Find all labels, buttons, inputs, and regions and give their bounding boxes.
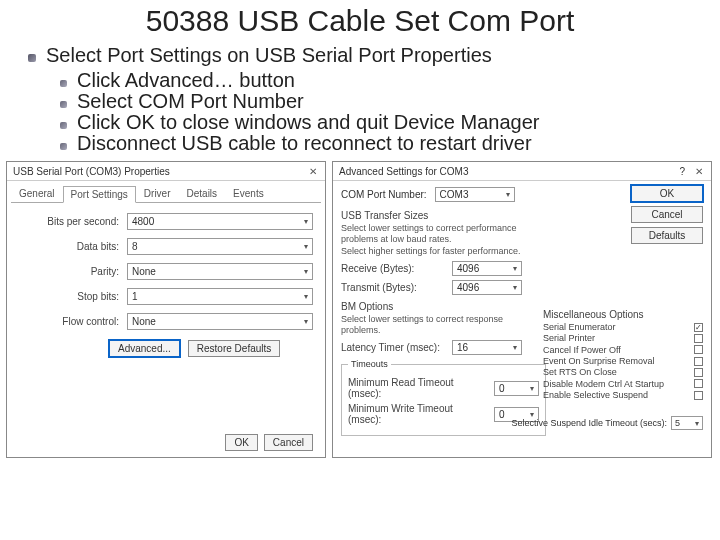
tab-events[interactable]: Events [225, 185, 272, 202]
bullet-icon [28, 54, 36, 62]
stopbits-row: Stop bits: 1▾ [19, 288, 313, 305]
tab-details[interactable]: Details [179, 185, 226, 202]
bullet-sub: Click Advanced… button [60, 69, 720, 92]
usb-sizes-label: USB Transfer Sizes [341, 210, 541, 221]
bullet-icon [60, 80, 67, 87]
checkbox[interactable] [694, 334, 703, 343]
bullet-sub-text: Disconnect USB cable to reconnect to res… [77, 132, 532, 155]
chevron-down-icon: ▾ [304, 267, 308, 276]
tab-strip: General Port Settings Driver Details Eve… [11, 185, 321, 203]
bps-label: Bits per second: [19, 216, 127, 227]
timeouts-legend: Timeouts [348, 359, 391, 369]
window-title: USB Serial Port (COM3) Properties [13, 166, 170, 177]
bullet-sub-text: Click Advanced… button [77, 69, 295, 92]
misc-options: Miscellaneous Options Serial Enumerator … [543, 309, 703, 401]
databits-row: Data bits: 8▾ [19, 238, 313, 255]
titlebar: USB Serial Port (COM3) Properties ✕ [7, 162, 325, 181]
titlebar: Advanced Settings for COM3 ? ✕ [333, 162, 711, 181]
flow-row: Flow control: None▾ [19, 313, 313, 330]
misc-row: Disable Modem Ctrl At Startup [543, 379, 703, 389]
bullet-sub-text: Select COM Port Number [77, 90, 304, 113]
advanced-settings-dialog: Advanced Settings for COM3 ? ✕ COM Port … [332, 161, 712, 458]
databits-label: Data bits: [19, 241, 127, 252]
idle-select[interactable]: 5▾ [671, 416, 703, 430]
misc-row: Cancel If Power Off [543, 345, 703, 355]
bullet-sub-text: Click OK to close windows and quit Devic… [77, 111, 539, 134]
tx-label: Transmit (Bytes): [341, 282, 446, 293]
chevron-down-icon: ▾ [513, 283, 517, 292]
help-icon[interactable]: ? [679, 166, 685, 177]
comport-select[interactable]: COM3▾ [435, 187, 515, 202]
min-read-label: Minimum Read Timeout (msec): [348, 377, 488, 399]
usb-note: Select lower settings to correct perform… [341, 223, 541, 246]
misc-row: Enable Selective Suspend [543, 390, 703, 400]
chevron-down-icon: ▾ [695, 419, 699, 428]
chevron-down-icon: ▾ [304, 317, 308, 326]
idle-timeout-row: Selective Suspend Idle Timeout (secs): 5… [511, 416, 703, 430]
bullet-icon [60, 101, 67, 108]
chevron-down-icon: ▾ [506, 190, 510, 199]
chevron-down-icon: ▾ [304, 242, 308, 251]
checkbox[interactable] [694, 391, 703, 400]
rx-label: Receive (Bytes): [341, 263, 446, 274]
ok-button[interactable]: OK [631, 185, 703, 202]
page-title: 50388 USB Cable Set Com Port [0, 4, 720, 38]
bm-label: BM Options [341, 301, 541, 312]
latency-label: Latency Timer (msec): [341, 342, 446, 353]
window-title: Advanced Settings for COM3 [339, 166, 469, 177]
restore-defaults-button[interactable]: Restore Defaults [188, 340, 280, 357]
close-icon[interactable]: ✕ [307, 165, 319, 177]
titlebar-controls: ? ✕ [679, 165, 705, 177]
comport-label: COM Port Number: [341, 189, 427, 200]
stopbits-label: Stop bits: [19, 291, 127, 302]
bullet-icon [60, 143, 67, 150]
close-icon[interactable]: ✕ [693, 165, 705, 177]
misc-row: Event On Surprise Removal [543, 356, 703, 366]
checkbox[interactable] [694, 357, 703, 366]
checkbox[interactable] [694, 379, 703, 388]
min-read-select[interactable]: 0▾ [494, 381, 539, 396]
checkbox[interactable] [694, 345, 703, 354]
misc-item-label: Serial Printer [543, 333, 690, 343]
port-settings-form: Bits per second: 4800▾ Data bits: 8▾ Par… [7, 203, 325, 357]
bps-row: Bits per second: 4800▾ [19, 213, 313, 230]
checkbox[interactable] [694, 323, 703, 332]
chevron-down-icon: ▾ [513, 264, 517, 273]
rx-select[interactable]: 4096▾ [452, 261, 522, 276]
parity-label: Parity: [19, 266, 127, 277]
misc-item-label: Set RTS On Close [543, 367, 690, 377]
bm-note: Select lower settings to correct respons… [341, 314, 541, 337]
cancel-button[interactable]: Cancel [631, 206, 703, 223]
usb-properties-dialog: USB Serial Port (COM3) Properties ✕ Gene… [6, 161, 326, 458]
misc-row: Serial Printer [543, 333, 703, 343]
usb-note: Select higher settings for faster perfor… [341, 246, 541, 257]
databits-select[interactable]: 8▾ [127, 238, 313, 255]
advanced-button[interactable]: Advanced... [109, 340, 180, 357]
bullet-main: Select Port Settings on USB Serial Port … [28, 44, 720, 67]
misc-item-label: Cancel If Power Off [543, 345, 690, 355]
tab-general[interactable]: General [11, 185, 63, 202]
parity-select[interactable]: None▾ [127, 263, 313, 280]
latency-select[interactable]: 16▾ [452, 340, 522, 355]
misc-row: Serial Enumerator [543, 322, 703, 332]
bullet-sub: Disconnect USB cable to reconnect to res… [60, 132, 720, 155]
stopbits-select[interactable]: 1▾ [127, 288, 313, 305]
tab-port-settings[interactable]: Port Settings [63, 186, 136, 203]
bullet-main-text: Select Port Settings on USB Serial Port … [46, 44, 492, 67]
defaults-button[interactable]: Defaults [631, 227, 703, 244]
tx-select[interactable]: 4096▾ [452, 280, 522, 295]
min-write-label: Minimum Write Timeout (msec): [348, 403, 488, 425]
ok-button[interactable]: OK [225, 434, 257, 451]
bps-select[interactable]: 4800▾ [127, 213, 313, 230]
flow-select[interactable]: None▾ [127, 313, 313, 330]
misc-item-label: Event On Surprise Removal [543, 356, 690, 366]
parity-row: Parity: None▾ [19, 263, 313, 280]
idle-label: Selective Suspend Idle Timeout (secs): [511, 418, 667, 428]
bullet-icon [60, 122, 67, 129]
flow-label: Flow control: [19, 316, 127, 327]
tab-driver[interactable]: Driver [136, 185, 179, 202]
chevron-down-icon: ▾ [530, 384, 534, 393]
cancel-button[interactable]: Cancel [264, 434, 313, 451]
checkbox[interactable] [694, 368, 703, 377]
bullet-sub: Click OK to close windows and quit Devic… [60, 111, 720, 134]
